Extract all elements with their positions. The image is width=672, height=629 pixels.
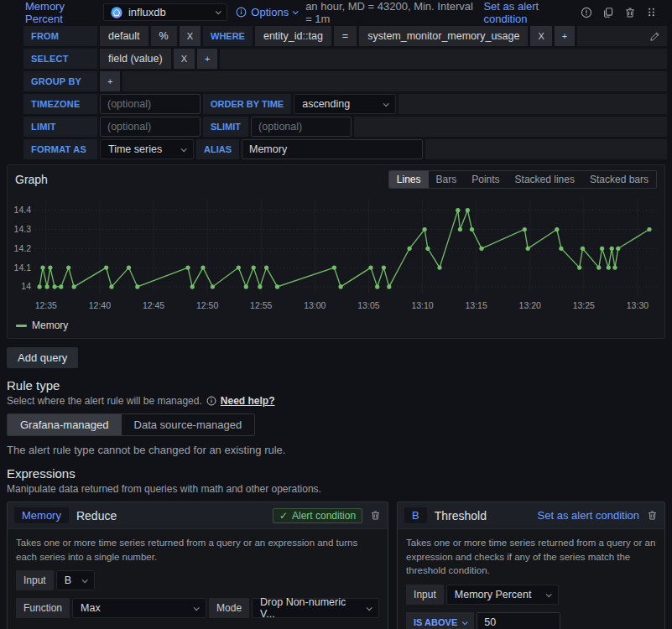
threshold-value-input[interactable]: [477, 612, 560, 629]
set-alert-condition-link[interactable]: Set as alert condition: [483, 0, 572, 25]
add-query-button[interactable]: Add query: [7, 347, 78, 368]
limit-label: LIMIT: [23, 117, 97, 137]
svg-text:12:40: 12:40: [89, 300, 111, 310]
format-as-label: FORMAT AS: [23, 139, 97, 159]
where-label: WHERE: [203, 26, 253, 46]
add-group-by-button[interactable]: +: [100, 71, 120, 91]
threshold-ref-chip[interactable]: B: [404, 507, 427, 523]
svg-text:14: 14: [21, 281, 31, 291]
radio-grafana-managed[interactable]: Grafana-managed: [8, 414, 122, 435]
datasource-picker[interactable]: influxdb: [103, 3, 227, 21]
where-value-segment[interactable]: system_monitor_memory_usage: [359, 26, 528, 46]
toggle-stacked-lines[interactable]: Stacked lines: [508, 171, 582, 188]
timezone-row: TIMEZONE ORDER BY TIME ascending: [23, 94, 667, 114]
options-dropdown[interactable]: Options: [236, 6, 297, 18]
duplicate-query-icon[interactable]: [602, 7, 614, 18]
radio-datasource-managed[interactable]: Data source-managed: [122, 414, 255, 435]
drag-handle-icon[interactable]: [646, 7, 657, 18]
alert-condition-badge: ✓ Alert condition: [273, 508, 362, 523]
threshold-input-select[interactable]: Memory Percent: [446, 585, 559, 605]
influxql-query-editor: FROM default % X WHERE entity_id::tag = …: [0, 22, 672, 159]
chevron-down-icon: [216, 8, 221, 14]
toggle-points[interactable]: Points: [464, 171, 507, 188]
timezone-label: TIMEZONE: [23, 94, 97, 114]
reduce-function-select[interactable]: Max: [72, 598, 206, 618]
row-filler: [425, 139, 667, 159]
row-filler: [122, 71, 667, 91]
remove-segment-button[interactable]: X: [180, 26, 201, 46]
legend-series-label[interactable]: Memory: [32, 320, 68, 331]
graph-panel: Graph Lines Bars Points Stacked lines St…: [7, 164, 665, 339]
query-actions: [581, 7, 664, 18]
legend-series-color-icon: [16, 325, 27, 327]
memory-usage-chart[interactable]: 12:3512:4012:4512:5012:5513:0013:0513:10…: [8, 192, 663, 318]
threshold-condition-select[interactable]: IS ABOVE: [406, 612, 474, 629]
limit-input[interactable]: [100, 117, 201, 137]
delete-threshold-icon[interactable]: [647, 510, 658, 521]
graph-legend[interactable]: Memory: [8, 318, 664, 338]
svg-text:13:25: 13:25: [573, 300, 595, 310]
from-label: FROM: [23, 26, 97, 46]
from-row: FROM default % X WHERE entity_id::tag = …: [23, 26, 667, 46]
delete-reduce-icon[interactable]: [370, 510, 381, 521]
query-help-icon[interactable]: [581, 7, 592, 18]
where-operator-segment[interactable]: =: [334, 26, 357, 46]
order-by-time-label: ORDER BY TIME: [203, 94, 291, 114]
svg-text:14.1: 14.1: [14, 263, 32, 273]
field-segment[interactable]: field (value): [100, 49, 171, 69]
remove-condition-button[interactable]: X: [530, 26, 551, 46]
rule-type-note: The alert rule type cannot be changed fo…: [7, 444, 665, 456]
threshold-input-label: Input: [406, 585, 444, 605]
chevron-down-icon: [181, 146, 187, 152]
order-by-value: ascending: [302, 98, 350, 110]
threshold-set-alert-link[interactable]: Set as alert condition: [538, 509, 639, 522]
svg-text:12:35: 12:35: [35, 300, 57, 310]
toggle-lines[interactable]: Lines: [389, 171, 429, 188]
query-options-summary: an hour, MD = 43200, Min. Interval = 1m: [305, 0, 475, 25]
chevron-down-icon: [383, 101, 389, 107]
threshold-card-header: B Threshold Set as alert condition: [398, 502, 664, 529]
slimit-input[interactable]: [251, 117, 352, 137]
percent-segment[interactable]: %: [151, 26, 177, 46]
where-key-segment[interactable]: entity_id::tag: [255, 26, 331, 46]
threshold-expression-card: B Threshold Set as alert condition Takes…: [397, 502, 665, 629]
rule-type-description: Select where the alert rule will be mana…: [7, 395, 202, 407]
expressions-section: Expressions Manipulate data returned fro…: [7, 466, 665, 495]
chevron-down-icon: [545, 591, 551, 597]
add-field-button[interactable]: +: [197, 49, 217, 69]
delete-query-icon[interactable]: [624, 7, 636, 18]
format-as-select[interactable]: Time series: [100, 139, 194, 159]
need-help-link[interactable]: Need help?: [221, 395, 275, 407]
threshold-description: Takes one or more time series returned f…: [398, 529, 664, 583]
chevron-down-icon: [462, 619, 468, 625]
check-icon: ✓: [279, 510, 288, 522]
svg-text:12:55: 12:55: [250, 300, 272, 310]
reduce-function-label: Function: [16, 598, 70, 618]
chevron-down-icon: [194, 605, 200, 611]
add-condition-button[interactable]: +: [555, 26, 575, 46]
reduce-mode-select[interactable]: Drop Non-numeric V...: [252, 598, 379, 618]
query-ref-name[interactable]: Memory Percent: [25, 0, 95, 25]
reduce-ref-chip[interactable]: Memory: [14, 507, 69, 523]
query-header: Memory Percent influxdb Options an hour,…: [0, 0, 672, 22]
alias-input[interactable]: [242, 139, 423, 159]
svg-text:14.3: 14.3: [14, 224, 32, 234]
info-circle-icon: [236, 7, 247, 18]
alias-label: ALIAS: [196, 139, 239, 159]
row-filler: [577, 26, 667, 46]
reduce-input-select[interactable]: B: [56, 570, 95, 590]
retention-policy-segment[interactable]: default: [100, 26, 148, 46]
toggle-stacked-bars[interactable]: Stacked bars: [582, 171, 656, 188]
group-by-row: GROUP BY +: [23, 71, 667, 91]
reduce-description: Takes one or more time series returned f…: [8, 529, 388, 569]
order-by-select[interactable]: ascending: [294, 94, 396, 114]
reduce-mode-label: Mode: [209, 598, 249, 618]
svg-text:14.4: 14.4: [14, 205, 32, 215]
reduce-card-header: Memory Reduce ✓ Alert condition: [8, 502, 388, 529]
influxdb-logo-icon: [111, 7, 122, 18]
rule-type-radio-group: Grafana-managed Data source-managed: [7, 413, 255, 436]
remove-field-button[interactable]: X: [174, 49, 195, 69]
timezone-input[interactable]: [100, 94, 201, 114]
toggle-bars[interactable]: Bars: [429, 171, 465, 188]
edit-query-pencil-icon[interactable]: [649, 31, 660, 42]
